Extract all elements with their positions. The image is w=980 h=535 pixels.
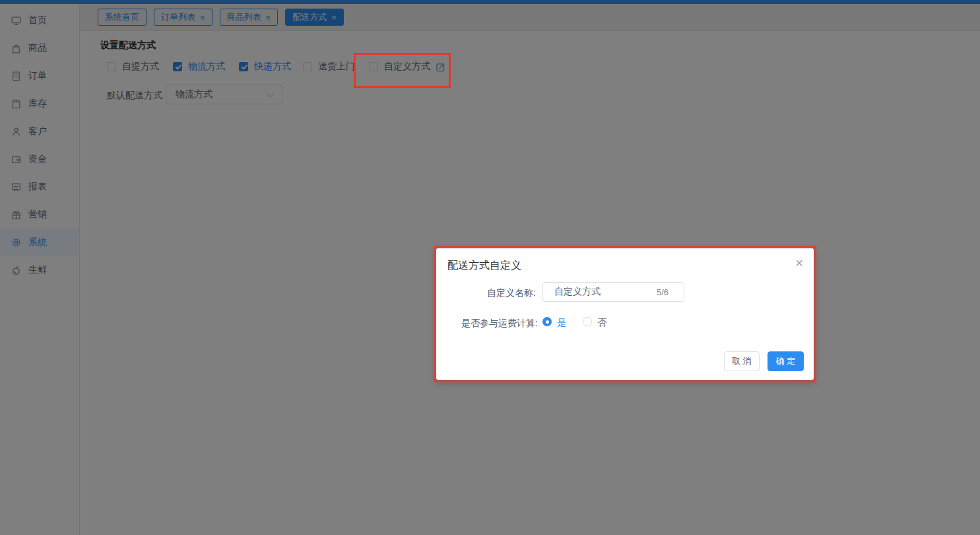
radio-no-label[interactable]: 否 <box>597 317 606 329</box>
radio-no[interactable] <box>583 317 592 326</box>
freight-calc-label: 是否参与运费计算: <box>436 318 538 330</box>
radio-yes[interactable] <box>542 317 552 326</box>
char-counter: 5/6 <box>657 287 669 297</box>
custom-name-label: 自定义名称: <box>436 287 536 299</box>
close-icon[interactable]: × <box>795 256 803 269</box>
cancel-button[interactable]: 取 消 <box>724 351 760 371</box>
radio-yes-label[interactable]: 是 <box>557 317 566 329</box>
modal-title: 配送方式自定义 <box>447 259 521 273</box>
confirm-button[interactable]: 确 定 <box>768 351 804 371</box>
app-window: 首页 商品 订单 库存 客户 资金 报表 营销 <box>0 0 980 535</box>
custom-delivery-modal: 配送方式自定义 × 自定义名称: 5/6 是否参与运费计算: 是 否 取 消 确… <box>436 248 814 380</box>
